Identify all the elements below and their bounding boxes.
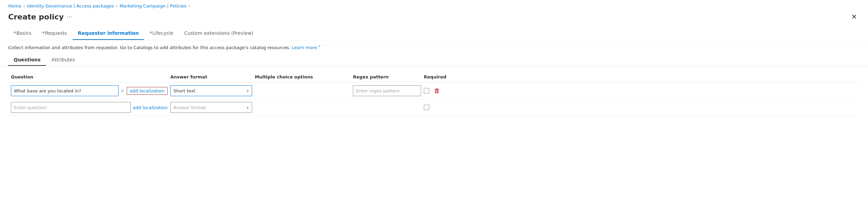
tab-requestor-information[interactable]: Requestor information	[73, 27, 144, 40]
answer-format-select-1[interactable]: Short text ∨	[170, 85, 252, 96]
answer-format-select-2[interactable]: Answer format ∨	[170, 102, 252, 113]
page-title: Create policy	[8, 13, 64, 21]
breadcrumb-sep3: ›	[188, 4, 190, 9]
answer-format-cell-2: Answer format ∨	[170, 102, 252, 113]
col-header-answer-format: Answer format	[170, 74, 252, 79]
tab-requests[interactable]: *Requests	[37, 27, 72, 40]
breadcrumb: Home › Identity Governance | Access pack…	[0, 0, 868, 11]
add-localization-button-1[interactable]: add localization	[127, 87, 168, 95]
sub-tab-attributes[interactable]: Attributes	[46, 54, 80, 66]
tab-custom-extensions[interactable]: Custom extensions (Preview)	[179, 27, 259, 40]
breadcrumb-sep1: ›	[23, 4, 25, 9]
requests-required-star: *	[42, 30, 45, 36]
page-options-button[interactable]: ···	[66, 13, 72, 20]
page-header: Create policy ··· ✕	[0, 11, 868, 27]
delete-button-1[interactable]: 🗑	[432, 87, 442, 95]
sub-tabs: Questions Attributes	[0, 54, 868, 66]
question-cell-1: ✓ add localization	[11, 85, 168, 96]
breadcrumb-identity-governance[interactable]: Identity Governance | Access packages	[27, 3, 114, 9]
col-header-regex: Regex pattern	[353, 74, 421, 79]
col-header-multiple-choice: Multiple choice options	[255, 74, 350, 79]
table-row: ✓ add localization Short text ∨ 🗑	[8, 83, 860, 99]
external-link-icon: ↗	[317, 44, 320, 48]
question-cell-2: add localization	[11, 102, 168, 113]
table-row: add localization Answer format ∨	[8, 99, 860, 116]
regex-cell-1	[353, 85, 421, 96]
question-input-1[interactable]	[11, 85, 119, 96]
col-header-question: Question	[11, 74, 168, 79]
answer-format-cell-1: Short text ∨	[170, 85, 252, 96]
col-header-required: Required	[424, 74, 451, 79]
breadcrumb-home[interactable]: Home	[8, 3, 21, 9]
breadcrumb-marketing-campaign[interactable]: Marketing Campaign | Policies	[120, 3, 186, 9]
info-text: Collect information and attributes from …	[0, 44, 868, 54]
answer-format-chevron-2: ∨	[246, 105, 249, 110]
check-icon-1: ✓	[121, 88, 125, 93]
required-checkbox-2[interactable]	[424, 105, 429, 110]
table-header: Question Answer format Multiple choice o…	[8, 72, 860, 83]
tab-basics[interactable]: *Basics	[8, 27, 37, 40]
basics-required-star: *	[14, 30, 16, 36]
question-input-2[interactable]	[11, 102, 131, 113]
table-container: Question Answer format Multiple choice o…	[0, 72, 868, 116]
required-checkbox-1[interactable]	[424, 88, 429, 93]
required-cell-1: 🗑	[424, 87, 451, 95]
close-button[interactable]: ✕	[849, 12, 860, 21]
learn-more-link[interactable]: Learn more↗	[292, 45, 321, 50]
add-localization-button-2[interactable]: add localization	[133, 104, 168, 111]
regex-input-1[interactable]	[353, 85, 421, 96]
required-cell-2	[424, 105, 451, 110]
tabs-bar: *Basics *Requests Requestor information …	[0, 27, 868, 40]
lifecycle-required-star: *	[150, 30, 152, 36]
answer-format-chevron-1: ∨	[246, 89, 249, 93]
sub-tab-questions[interactable]: Questions	[8, 54, 46, 66]
tab-lifecycle[interactable]: *Lifecycle	[144, 27, 179, 40]
breadcrumb-sep2: ›	[116, 4, 118, 9]
